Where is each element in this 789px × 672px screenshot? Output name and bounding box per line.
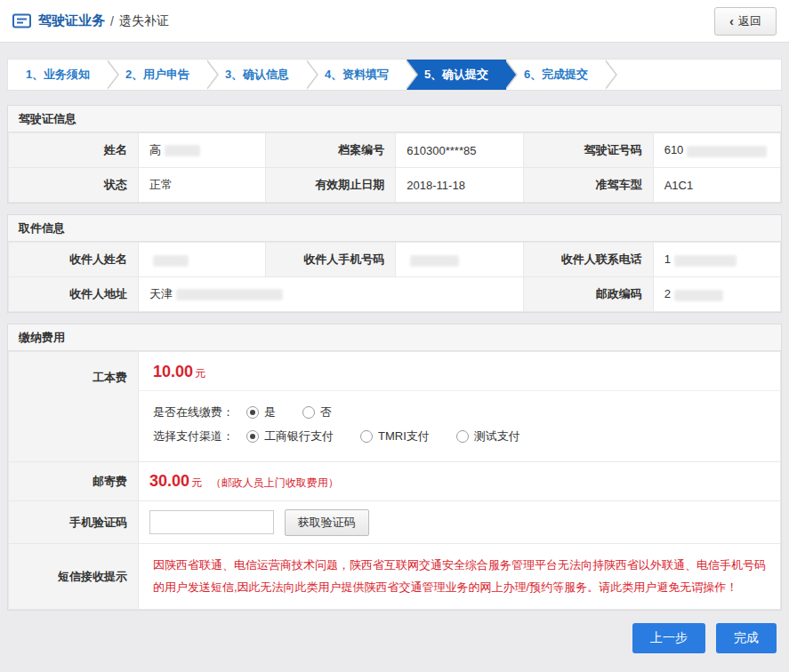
status-value: 正常	[139, 168, 266, 203]
recipient-address-value: 天津	[139, 277, 524, 312]
mailing-fee-note: （邮政人员上门收取费用）	[211, 476, 339, 489]
payment-table: 工本费 10.00元 是否在线缴费： 是 否	[8, 351, 781, 610]
pickup-info-panel: 取件信息 收件人姓名 收件人手机号码 收件人联系电话 1 收件人地址 天津 邮政…	[7, 214, 782, 313]
footer-actions: 上一步 完成	[7, 623, 777, 653]
steps-nav: 1、业务须知 2、用户申告 3、确认信息 4、资料填写 5、确认提交 6、完成提…	[7, 59, 782, 91]
redacted-blur	[674, 290, 723, 301]
recipient-name-value	[139, 243, 266, 277]
license-no-value: 610	[653, 133, 780, 168]
recipient-mobile-value	[396, 243, 523, 277]
recipient-mobile-label: 收件人手机号码	[266, 243, 396, 277]
step-6-complete-submit[interactable]: 6、完成提交	[506, 60, 606, 90]
radio-channel-tmri[interactable]: TMRI支付	[360, 428, 430, 444]
production-fee-row: 工本费 10.00元 是否在线缴费： 是 否	[9, 352, 781, 462]
radio-channel-test[interactable]: 测试支付	[456, 428, 520, 444]
name-label: 姓名	[9, 133, 139, 168]
vehicle-type-value: A1C1	[653, 168, 780, 203]
expiry-label: 有效期止日期	[266, 168, 396, 203]
pickup-info-title: 取件信息	[8, 215, 781, 242]
step-1-business-notes[interactable]: 1、业务须知	[8, 60, 108, 90]
breadcrumb: 驾驶证业务 / 遗失补证	[12, 12, 169, 29]
radio-online-no[interactable]: 否	[302, 404, 332, 420]
back-button[interactable]: ‹ 返回	[714, 7, 777, 36]
postal-code-label: 邮政编码	[523, 277, 653, 312]
prev-step-button[interactable]: 上一步	[632, 623, 705, 653]
production-fee-unit: 元	[195, 367, 205, 380]
payment-title: 缴纳费用	[8, 324, 781, 351]
redacted-blur	[153, 255, 189, 267]
radio-online-yes[interactable]: 是	[246, 404, 276, 420]
postal-code-value: 2	[653, 277, 780, 312]
expiry-value: 2018-11-18	[396, 168, 523, 203]
file-no-value: 610300****85	[396, 133, 523, 168]
payment-options: 是否在线缴费： 是 否 选择支付渠道：	[139, 391, 780, 461]
production-fee-value: 10.00元 是否在线缴费： 是 否	[139, 352, 781, 462]
mailing-fee-label: 邮寄费	[9, 462, 139, 501]
channel-question-row: 选择支付渠道： 工商银行支付 TMRI支付 测试支付	[153, 428, 766, 444]
sms-code-cell: 获取验证码	[139, 501, 781, 544]
radio-online-yes-label: 是	[264, 404, 276, 420]
status-label: 状态	[9, 168, 139, 203]
table-row: 收件人地址 天津 邮政编码 2	[9, 277, 781, 312]
pickup-info-table: 收件人姓名 收件人手机号码 收件人联系电话 1 收件人地址 天津 邮政编码 2	[8, 242, 781, 312]
radio-channel-test-label: 测试支付	[474, 428, 520, 444]
production-fee-label: 工本费	[9, 352, 139, 462]
radio-channel-icbc-label: 工商银行支付	[264, 428, 334, 444]
mailing-fee-row: 邮寄费 30.00元 （邮政人员上门收取费用）	[9, 462, 781, 501]
license-info-table: 姓名 高 档案编号 610300****85 驾驶证号码 610 状态 正常 有…	[8, 132, 781, 203]
table-row: 状态 正常 有效期止日期 2018-11-18 准驾车型 A1C1	[9, 168, 781, 203]
redacted-blur	[410, 255, 459, 267]
back-label: 返回	[738, 13, 761, 29]
step-2-user-declaration[interactable]: 2、用户申告	[108, 60, 207, 90]
radio-channel-icbc[interactable]: 工商银行支付	[246, 428, 334, 444]
name-value: 高	[139, 133, 266, 168]
radio-checked-icon	[246, 406, 259, 419]
production-fee-amount: 10.00	[153, 363, 193, 380]
back-chevron-icon: ‹	[729, 14, 734, 28]
sms-code-row: 手机验证码 获取验证码	[9, 501, 781, 544]
mailing-fee-amount: 30.00	[149, 472, 189, 490]
recipient-phone-value: 1	[653, 243, 780, 277]
redacted-blur	[674, 255, 737, 267]
radio-channel-tmri-label: TMRI支付	[378, 428, 430, 444]
license-no-label: 驾驶证号码	[523, 133, 653, 168]
get-code-button[interactable]: 获取验证码	[285, 509, 369, 536]
sms-code-label: 手机验证码	[9, 501, 139, 544]
redacted-blur	[176, 289, 283, 300]
radio-checked-icon	[246, 430, 259, 443]
finish-button[interactable]: 完成	[716, 623, 777, 653]
sms-notice-row: 短信接收提示 因陕西省联通、电信运营商技术问题，陕西省互联网交通安全综合服务管理…	[9, 544, 781, 610]
radio-unchecked-icon	[302, 406, 315, 419]
mailing-fee-unit: 元	[191, 476, 202, 489]
payment-panel: 缴纳费用 工本费 10.00元 是否在线缴费： 是	[7, 324, 782, 611]
recipient-address-label: 收件人地址	[9, 277, 139, 312]
sms-notice-text: 因陕西省联通、电信运营商技术问题，陕西省互联网交通安全综合服务管理平台无法向持陕…	[139, 544, 781, 610]
sms-code-input[interactable]	[149, 510, 274, 534]
sms-notice-label: 短信接收提示	[9, 544, 139, 610]
header: 驾驶证业务 / 遗失补证 ‹ 返回	[0, 0, 789, 43]
file-no-label: 档案编号	[266, 133, 396, 168]
redacted-blur	[687, 146, 767, 157]
production-fee-amount-line: 10.00元	[139, 352, 780, 391]
license-service-icon	[12, 13, 31, 28]
recipient-phone-label: 收件人联系电话	[523, 243, 653, 277]
license-info-title: 驾驶证信息	[8, 106, 781, 132]
breadcrumb-current: 遗失补证	[119, 13, 169, 29]
step-3-confirm-info[interactable]: 3、确认信息	[207, 60, 307, 90]
online-pay-question-row: 是否在线缴费： 是 否	[153, 404, 766, 420]
step-4-fill-data[interactable]: 4、资料填写	[307, 60, 407, 90]
mailing-fee-value: 30.00元 （邮政人员上门收取费用）	[139, 462, 781, 501]
radio-unchecked-icon	[360, 430, 373, 443]
channel-question: 选择支付渠道：	[153, 428, 234, 444]
recipient-name-label: 收件人姓名	[9, 243, 139, 277]
online-pay-question: 是否在线缴费：	[153, 404, 234, 420]
vehicle-type-label: 准驾车型	[523, 168, 653, 203]
radio-online-no-label: 否	[320, 404, 332, 420]
page-title: 驾驶证业务	[38, 12, 105, 29]
redacted-blur	[165, 145, 200, 156]
table-row: 收件人姓名 收件人手机号码 收件人联系电话 1	[9, 243, 781, 277]
table-row: 姓名 高 档案编号 610300****85 驾驶证号码 610	[9, 133, 781, 168]
step-5-confirm-submit[interactable]: 5、确认提交	[407, 60, 506, 90]
breadcrumb-separator: /	[110, 14, 114, 28]
radio-unchecked-icon	[456, 430, 469, 443]
